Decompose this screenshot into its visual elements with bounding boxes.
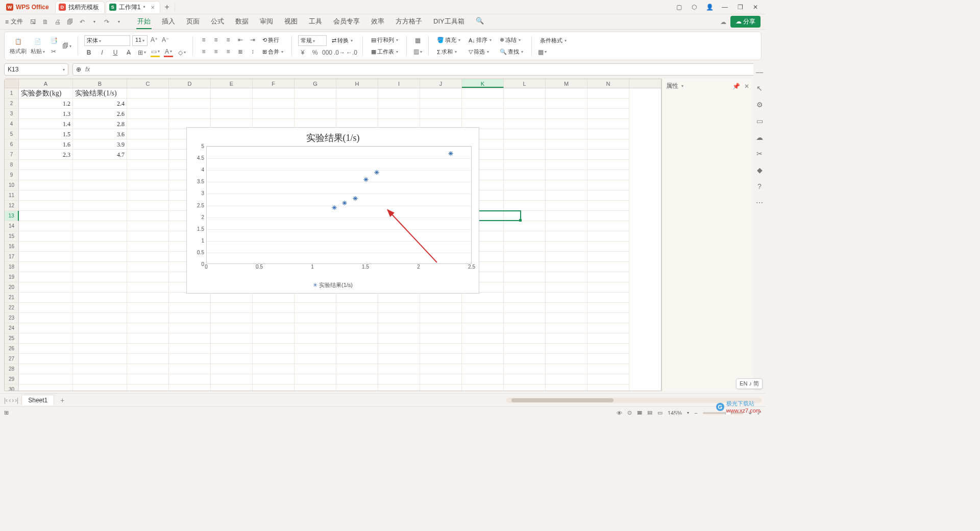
cell[interactable] bbox=[169, 99, 211, 109]
cell[interactable] bbox=[420, 384, 462, 391]
cell[interactable] bbox=[295, 99, 336, 109]
cell[interactable] bbox=[19, 282, 73, 293]
close-panel-icon[interactable]: ✕ bbox=[744, 83, 749, 90]
cell[interactable] bbox=[169, 109, 211, 119]
cell[interactable] bbox=[504, 180, 546, 190]
worksheet-button[interactable]: ▦ 工作表 bbox=[369, 47, 400, 57]
cell[interactable]: 2.8 bbox=[73, 119, 127, 129]
font-name-select[interactable]: 宋体 bbox=[84, 35, 130, 46]
export-icon[interactable]: 🗎 bbox=[41, 18, 50, 26]
cell[interactable] bbox=[211, 364, 253, 374]
tab-start[interactable]: 开始 bbox=[136, 15, 152, 29]
align-right-icon[interactable]: ≡ bbox=[224, 47, 233, 56]
cell[interactable] bbox=[19, 160, 73, 170]
cell[interactable] bbox=[587, 303, 629, 313]
col-F[interactable]: F bbox=[253, 79, 295, 88]
fill-color-icon[interactable]: ▭ bbox=[151, 48, 160, 57]
rail-help-icon[interactable]: ? bbox=[755, 182, 764, 191]
cell[interactable] bbox=[378, 88, 420, 99]
cell[interactable] bbox=[169, 384, 211, 391]
cell[interactable] bbox=[253, 88, 295, 99]
border-icon[interactable]: ⊞ bbox=[137, 48, 146, 57]
cell[interactable] bbox=[587, 150, 629, 160]
cell[interactable] bbox=[546, 272, 587, 282]
row-4[interactable]: 4 bbox=[5, 119, 19, 129]
align-center-icon[interactable]: ≡ bbox=[211, 47, 220, 56]
rail-shape-icon[interactable]: ◆ bbox=[755, 165, 764, 175]
col-D[interactable]: D bbox=[169, 79, 211, 88]
cell[interactable] bbox=[127, 211, 169, 221]
pin-icon[interactable]: 📌 bbox=[732, 83, 740, 90]
cell[interactable] bbox=[504, 303, 546, 313]
row-14[interactable]: 14 bbox=[5, 221, 19, 231]
align-mid-icon[interactable]: ≡ bbox=[211, 35, 220, 44]
cell[interactable] bbox=[127, 344, 169, 354]
align-bot-icon[interactable]: ≡ bbox=[224, 35, 233, 44]
cell[interactable] bbox=[546, 242, 587, 252]
cell[interactable] bbox=[73, 313, 127, 323]
view-page-icon[interactable]: ▤ bbox=[647, 409, 652, 415]
ime-indicator[interactable]: EN ♪ 简 bbox=[736, 378, 763, 389]
save-icon[interactable]: 🖫 bbox=[29, 18, 37, 26]
cond-format-button[interactable]: 条件格式 bbox=[538, 36, 569, 45]
currency-icon[interactable]: ¥ bbox=[298, 48, 307, 57]
cell[interactable] bbox=[295, 333, 336, 344]
row-12[interactable]: 12 bbox=[5, 201, 19, 211]
cell[interactable] bbox=[253, 303, 295, 313]
row-20[interactable]: 20 bbox=[5, 282, 19, 293]
rail-collapse-icon[interactable]: — bbox=[755, 67, 764, 77]
view-normal-icon[interactable]: ▦ bbox=[637, 409, 642, 415]
col-N[interactable]: N bbox=[587, 79, 629, 88]
cell[interactable] bbox=[295, 88, 336, 99]
cell[interactable]: 1.2 bbox=[19, 99, 73, 109]
cell[interactable] bbox=[587, 344, 629, 354]
row-3[interactable]: 3 bbox=[5, 109, 19, 119]
col-G[interactable]: G bbox=[295, 79, 336, 88]
row-7[interactable]: 7 bbox=[5, 150, 19, 160]
cell[interactable] bbox=[19, 201, 73, 211]
cell[interactable] bbox=[462, 354, 504, 364]
sheet-nav-last-icon[interactable]: ›| bbox=[15, 397, 18, 404]
cell[interactable] bbox=[127, 221, 169, 231]
cell[interactable] bbox=[546, 109, 587, 119]
cell[interactable] bbox=[253, 109, 295, 119]
freeze-button[interactable]: ❄ 冻结 bbox=[498, 35, 525, 45]
cell[interactable] bbox=[546, 231, 587, 242]
cell[interactable] bbox=[127, 139, 169, 150]
add-sheet-button[interactable]: + bbox=[57, 396, 67, 404]
cell[interactable] bbox=[295, 303, 336, 313]
cell[interactable] bbox=[587, 129, 629, 139]
cell[interactable] bbox=[546, 160, 587, 170]
cell[interactable]: 1.4 bbox=[19, 119, 73, 129]
cell[interactable] bbox=[378, 374, 420, 384]
row-5[interactable]: 5 bbox=[5, 129, 19, 139]
cell[interactable] bbox=[73, 180, 127, 190]
cell[interactable] bbox=[73, 364, 127, 374]
redo-dd-icon[interactable]: ▾ bbox=[115, 18, 123, 26]
cell[interactable] bbox=[336, 88, 378, 99]
cell[interactable] bbox=[169, 344, 211, 354]
cell[interactable]: 2.3 bbox=[19, 150, 73, 160]
cell[interactable] bbox=[19, 262, 73, 272]
zoom-out-icon[interactable]: − bbox=[694, 410, 697, 415]
cell[interactable] bbox=[253, 313, 295, 323]
window-layout-icon[interactable]: ▢ bbox=[675, 3, 683, 11]
cell[interactable] bbox=[73, 160, 127, 170]
undo-icon[interactable]: ↶ bbox=[78, 18, 86, 26]
cell[interactable] bbox=[253, 293, 295, 303]
cell[interactable] bbox=[19, 180, 73, 190]
cell[interactable] bbox=[546, 170, 587, 180]
cell[interactable]: 1.5 bbox=[19, 129, 73, 139]
cell[interactable] bbox=[73, 170, 127, 180]
tab-formula[interactable]: 公式 bbox=[210, 15, 225, 29]
sheet-nav-prev-icon[interactable]: ‹ bbox=[9, 397, 11, 404]
cell[interactable] bbox=[504, 354, 546, 364]
cell[interactable] bbox=[295, 313, 336, 323]
cell[interactable] bbox=[462, 303, 504, 313]
cell[interactable] bbox=[295, 109, 336, 119]
cell[interactable] bbox=[336, 384, 378, 391]
col-I[interactable]: I bbox=[378, 79, 420, 88]
cell[interactable] bbox=[19, 364, 73, 374]
zoom-fx-icon[interactable]: ⊕ bbox=[76, 66, 81, 73]
maximize-icon[interactable]: ❐ bbox=[736, 3, 744, 11]
